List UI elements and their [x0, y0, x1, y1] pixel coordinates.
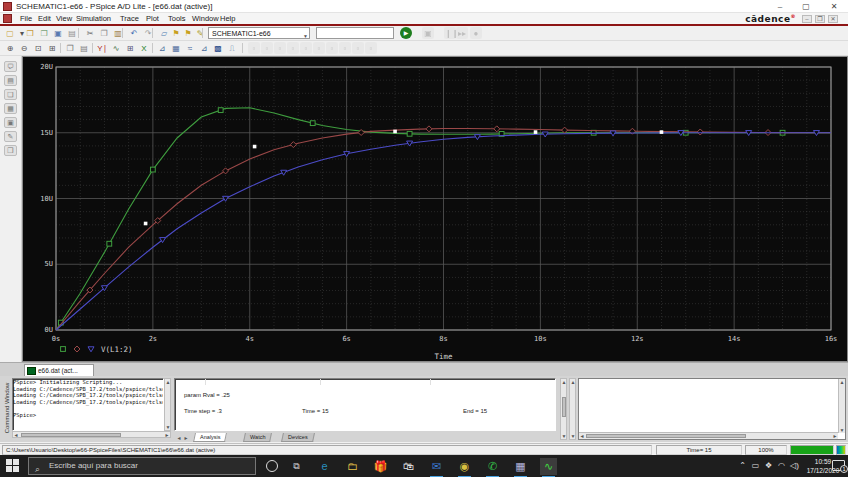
- view-simulation-results-icon[interactable]: ▱: [158, 27, 170, 39]
- mark-data-points-icon[interactable]: ∿: [110, 42, 122, 54]
- cursor-marker: [253, 145, 257, 149]
- plot-fourier-icon[interactable]: ≈: [184, 42, 196, 54]
- plot-axis-icon[interactable]: ⊿: [156, 42, 168, 54]
- mail-icon[interactable]: ✉: [428, 458, 445, 475]
- export-excel-icon[interactable]: X: [138, 42, 150, 54]
- plot-performance-icon[interactable]: ⊿: [198, 42, 210, 54]
- trace-tool-disabled-icon: ▫: [248, 42, 260, 54]
- menu-simulation[interactable]: Simulation: [72, 13, 115, 24]
- status-file-path: C:\Users\Usuario\Desktop\e66-PSpiceFiles…: [2, 445, 652, 455]
- append-file-icon[interactable]: ❒: [38, 27, 50, 39]
- cursor-table-hscrollbar[interactable]: ◄►: [579, 432, 838, 439]
- command-line: PSpice>: [13, 412, 163, 419]
- start-button[interactable]: [6, 459, 20, 473]
- comment-icon[interactable]: 🗩: [4, 61, 17, 72]
- analysis-panel[interactable]: param Rval = .25 Time step = .3 Time = 1…: [174, 378, 556, 431]
- whatsapp-icon[interactable]: ✆: [484, 458, 501, 475]
- page-icon[interactable]: ❏: [4, 89, 17, 100]
- pause-icon: ❙❙: [444, 27, 456, 39]
- view-output-file-icon[interactable]: ⚑: [182, 27, 194, 39]
- new-file-icon[interactable]: ▢: [4, 27, 16, 39]
- zoom-area-icon[interactable]: ⊡: [32, 42, 44, 54]
- waveform-plot[interactable]: 0U5U10U15U20U0s2s4s6s8s10s12s14s16sV(L1:…: [22, 56, 848, 362]
- view-circuit-file-icon[interactable]: ⚑: [170, 27, 182, 39]
- run-button[interactable]: ▶: [400, 27, 412, 39]
- zoom-in-icon[interactable]: ⊕: [4, 42, 16, 54]
- x-tick-label: 12s: [631, 335, 644, 343]
- panel-scrollbar-left[interactable]: ▲▼: [560, 378, 567, 440]
- zoom-fit-icon[interactable]: ⊞: [46, 42, 58, 54]
- search-icon: ⌕: [35, 461, 40, 477]
- mdi-minimize-button[interactable]: –: [802, 15, 812, 23]
- cut-icon[interactable]: ✂: [84, 27, 96, 39]
- print-icon[interactable]: ▤: [66, 27, 78, 39]
- file-explorer-icon[interactable]: 🗀: [344, 458, 361, 475]
- tab-scroll-right-icon[interactable]: ►: [183, 435, 189, 441]
- simulation-profile-combo[interactable]: SCHEMATIC1-e66▼: [208, 27, 310, 39]
- status-bar: C:\Users\Usuario\Desktop\e66-PSpiceFiles…: [0, 443, 848, 455]
- cursor-marker: [534, 130, 538, 134]
- panel-tab-watch[interactable]: Watch: [243, 433, 272, 442]
- save-icon[interactable]: ▣: [52, 27, 64, 39]
- menu-tools[interactable]: Tools: [164, 13, 190, 24]
- command-line: Loading C:/Cadence/SPB_17.2/tools/pspice…: [13, 392, 163, 399]
- taskbar-search-input[interactable]: ⌕ Escribe aquí para buscar: [28, 457, 256, 475]
- undo-icon[interactable]: ↶: [128, 27, 140, 39]
- page-settings-icon[interactable]: ▤: [78, 42, 90, 54]
- menu-plot[interactable]: Plot: [142, 13, 163, 24]
- panel-scrollbar-right[interactable]: ▲▼: [569, 378, 576, 440]
- show-grid-icon[interactable]: ⊞: [124, 42, 136, 54]
- cortana-icon[interactable]: [266, 460, 278, 472]
- task-view-icon[interactable]: ⧉: [288, 458, 305, 475]
- param-value: param Rval = .25: [184, 392, 230, 398]
- microsoft-store-icon[interactable]: 🛍: [400, 458, 417, 475]
- end-value: End = 15: [463, 408, 487, 414]
- edit-profile-icon[interactable]: ✎: [194, 27, 206, 39]
- status-progress-bar: [790, 445, 834, 455]
- menu-trace[interactable]: Trace: [116, 13, 143, 24]
- wifi-icon[interactable]: ◠: [775, 455, 788, 477]
- mdi-restore-button[interactable]: ❐: [815, 15, 825, 23]
- command-window-vscrollbar[interactable]: ▲▼: [164, 378, 171, 431]
- sync-app-icon[interactable]: ❖: [762, 455, 775, 477]
- simulation-queue-icon[interactable]: ▣: [4, 117, 17, 128]
- cursor-table[interactable]: ▲▼ ◄►: [578, 378, 846, 440]
- mdi-close-button[interactable]: ✕: [828, 15, 838, 23]
- plot-digital-icon[interactable]: ⎍: [226, 42, 238, 54]
- log-icon[interactable]: ▤: [4, 75, 17, 86]
- panel-tab-devices[interactable]: Devices: [281, 433, 314, 442]
- panel-tab-analysis[interactable]: Analysis: [193, 433, 227, 442]
- cursor-table-vscrollbar[interactable]: ▲▼: [838, 379, 845, 433]
- command-window[interactable]: PSpice> Initializing Scripting...Loading…: [12, 378, 164, 431]
- cursor-window-icon[interactable]: ▦: [4, 103, 17, 114]
- copy-icon[interactable]: ❐: [98, 27, 110, 39]
- waveform-file-icon: [27, 367, 36, 375]
- orcad-capture-icon[interactable]: ▦: [512, 458, 529, 475]
- edge-icon[interactable]: e: [316, 458, 333, 475]
- copy-page-icon[interactable]: ❐: [64, 42, 76, 54]
- windows-taskbar: ⌕ Escribe aquí para buscar ⧉ e🗀🎁🛍✉◉✆▦∿ ⌃…: [0, 455, 848, 477]
- toggle-cursor-icon[interactable]: Y∣: [96, 42, 108, 54]
- search-command-combo[interactable]: [316, 27, 394, 39]
- battery-icon[interactable]: ▭: [749, 455, 762, 477]
- notification-center-icon[interactable]: 1: [832, 460, 845, 471]
- maximize-button[interactable]: ▢: [798, 1, 814, 12]
- plot-add-icon[interactable]: ▦: [170, 42, 182, 54]
- tab-scroll-left-icon[interactable]: ◄: [176, 435, 182, 441]
- chrome-icon[interactable]: ◉: [456, 458, 473, 475]
- minimize-button[interactable]: –: [772, 1, 788, 12]
- zoom-out-icon[interactable]: ⊖: [18, 42, 30, 54]
- x-tick-label: 8s: [439, 335, 447, 343]
- pspice-icon[interactable]: ∿: [540, 458, 557, 475]
- plot-log-icon[interactable]: ▩: [212, 42, 224, 54]
- template-icon[interactable]: ❒: [4, 145, 17, 156]
- step-icon: ▸▸: [456, 27, 468, 39]
- command-window-hscrollbar[interactable]: ◄►: [12, 431, 171, 438]
- status-waveform-icon: [836, 445, 846, 455]
- gift-app-icon[interactable]: 🎁: [372, 458, 389, 475]
- menu-help[interactable]: Help: [216, 13, 239, 24]
- close-button[interactable]: ✕: [826, 1, 842, 12]
- open-file-icon[interactable]: ❒: [24, 27, 36, 39]
- measurement-icon[interactable]: ✎: [4, 131, 17, 142]
- tray-chevron-icon[interactable]: ⌃: [736, 455, 749, 477]
